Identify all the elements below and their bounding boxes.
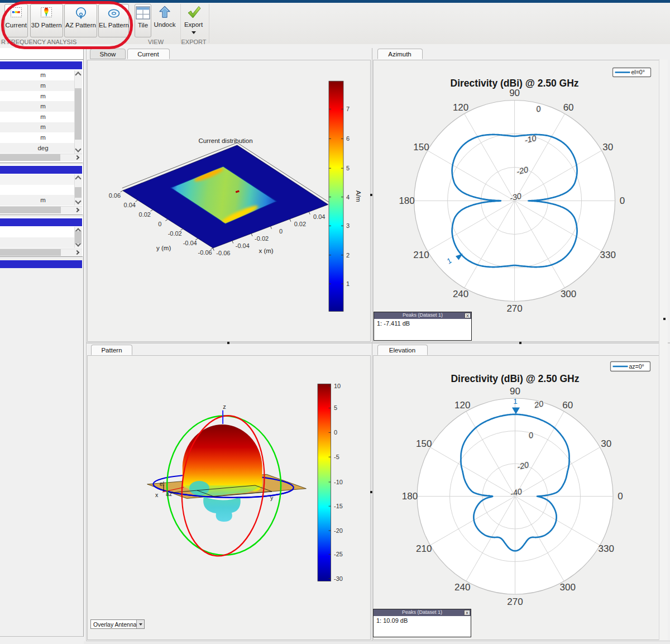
svg-text:210: 210 bbox=[413, 249, 429, 260]
svg-text:y (m): y (m) bbox=[156, 244, 171, 251]
svg-text:120: 120 bbox=[454, 399, 470, 410]
svg-text:-0.02: -0.02 bbox=[168, 230, 181, 237]
svg-text:0.02: 0.02 bbox=[138, 211, 150, 217]
svg-text:210: 210 bbox=[416, 543, 432, 554]
svg-text:0: 0 bbox=[279, 228, 282, 235]
svg-text:el: el bbox=[159, 480, 164, 487]
svg-text:-30: -30 bbox=[334, 575, 343, 581]
svg-text:0.04: 0.04 bbox=[313, 213, 325, 220]
svg-text:120: 120 bbox=[452, 102, 468, 112]
svg-text:Current distribution: Current distribution bbox=[198, 137, 252, 144]
svg-text:150: 150 bbox=[416, 438, 432, 449]
svg-text:-0.06: -0.06 bbox=[216, 250, 230, 256]
svg-text:-5: -5 bbox=[334, 454, 339, 460]
svg-text:5: 5 bbox=[346, 165, 350, 171]
svg-text:180: 180 bbox=[401, 491, 417, 502]
svg-text:1: 1 bbox=[346, 280, 350, 287]
svg-text:90: 90 bbox=[509, 88, 520, 98]
svg-text:Directivity (dBi) @ 2.50 GHz: Directivity (dBi) @ 2.50 GHz bbox=[451, 373, 579, 384]
svg-text:z: z bbox=[223, 403, 226, 410]
svg-text:-10: -10 bbox=[334, 478, 343, 485]
svg-text:Directivity (dBi) @ 2.50 GHz: Directivity (dBi) @ 2.50 GHz bbox=[450, 78, 578, 89]
svg-text:-0.04: -0.04 bbox=[235, 242, 249, 249]
svg-text:-20: -20 bbox=[334, 527, 343, 533]
svg-text:60: 60 bbox=[563, 102, 573, 112]
svg-text:az=0°: az=0° bbox=[629, 362, 644, 369]
svg-text:0: 0 bbox=[619, 195, 624, 206]
svg-text:6: 6 bbox=[346, 135, 350, 142]
svg-text:2: 2 bbox=[346, 251, 350, 258]
svg-text:30: 30 bbox=[601, 438, 611, 449]
svg-text:3: 3 bbox=[346, 222, 350, 229]
svg-text:90: 90 bbox=[510, 385, 520, 396]
svg-text:240: 240 bbox=[452, 289, 468, 299]
svg-text:el=0°: el=0° bbox=[631, 69, 644, 75]
svg-text:0: 0 bbox=[618, 491, 623, 502]
svg-text:-25: -25 bbox=[334, 551, 343, 557]
svg-text:60: 60 bbox=[562, 399, 573, 410]
svg-text:330: 330 bbox=[598, 543, 614, 554]
svg-text:x: x bbox=[155, 492, 159, 498]
svg-text:0.06: 0.06 bbox=[108, 192, 120, 198]
svg-text:A/m: A/m bbox=[355, 190, 362, 202]
svg-text:150: 150 bbox=[413, 141, 429, 152]
svg-text:0: 0 bbox=[334, 429, 337, 436]
svg-text:x (m): x (m) bbox=[259, 247, 273, 254]
svg-text:240: 240 bbox=[454, 582, 470, 593]
svg-text:1: 1 bbox=[513, 397, 518, 406]
svg-text:300: 300 bbox=[560, 289, 576, 299]
svg-text:10: 10 bbox=[334, 382, 341, 389]
svg-text:300: 300 bbox=[559, 582, 575, 593]
svg-text:30: 30 bbox=[602, 141, 613, 152]
svg-text:-0.04: -0.04 bbox=[183, 240, 197, 246]
svg-text:az: az bbox=[166, 490, 172, 497]
svg-text:0.02: 0.02 bbox=[294, 221, 305, 227]
svg-text:-15: -15 bbox=[334, 503, 343, 509]
svg-text:330: 330 bbox=[600, 249, 615, 260]
svg-text:7: 7 bbox=[346, 106, 350, 112]
svg-text:180: 180 bbox=[399, 195, 414, 206]
svg-text:-0.06: -0.06 bbox=[198, 249, 212, 256]
svg-text:-0.02: -0.02 bbox=[255, 235, 269, 242]
svg-text:5: 5 bbox=[334, 404, 337, 411]
svg-text:270: 270 bbox=[506, 303, 522, 314]
svg-text:y: y bbox=[270, 494, 273, 500]
svg-text:0: 0 bbox=[158, 221, 161, 227]
svg-text:0.04: 0.04 bbox=[123, 201, 135, 208]
svg-text:4: 4 bbox=[346, 193, 350, 200]
svg-text:270: 270 bbox=[507, 596, 523, 607]
